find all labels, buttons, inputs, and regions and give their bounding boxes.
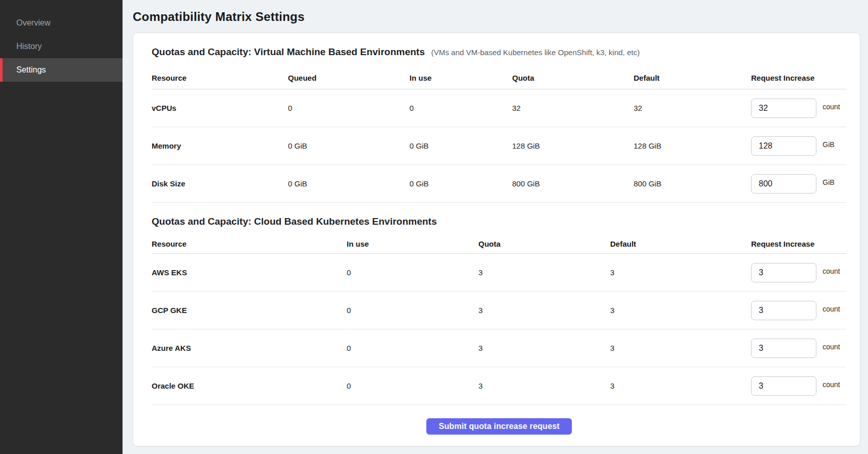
column-header-queued: Queued	[288, 67, 409, 82]
cell-quota: 800 GiB	[512, 179, 634, 188]
memory-request-input[interactable]	[751, 136, 816, 156]
cell-request-increase: GiB	[751, 174, 847, 194]
cell-request-increase: count	[751, 263, 847, 282]
table-row-disk-size: Disk Size 0 GiB 0 GiB 800 GiB 800 GiB Gi…	[152, 165, 847, 203]
cell-in-use: 0	[347, 344, 478, 352]
disk-size-request-input[interactable]	[751, 174, 816, 194]
cell-in-use: 0 GiB	[409, 141, 512, 150]
cell-queued: 0	[288, 104, 409, 112]
cell-default: 3	[610, 381, 751, 390]
vm-table-header: Resource Queued In use Quota Default Req…	[152, 61, 847, 89]
sidebar: Overview History Settings	[0, 0, 123, 454]
sidebar-item-label: Settings	[16, 65, 46, 75]
vm-section-header: Quotas and Capacity: Virtual Machine Bas…	[152, 46, 847, 58]
cloud-table-header: Resource In use Quota Default Request In…	[152, 228, 847, 254]
gcp-gke-request-input[interactable]	[751, 301, 816, 320]
sidebar-item-settings[interactable]: Settings	[0, 58, 123, 82]
cell-in-use: 0 GiB	[409, 179, 512, 188]
cell-in-use: 0	[347, 381, 478, 390]
main-content: Compatibility Matrix Settings Quotas and…	[123, 0, 868, 454]
column-header-resource: Resource	[152, 67, 288, 82]
unit-label: count	[823, 380, 840, 389]
vm-section-subtitle: (VMs and VM-based Kubernetes like OpenSh…	[431, 48, 640, 57]
cell-in-use: 0	[409, 104, 512, 112]
cell-default: 800 GiB	[634, 179, 751, 188]
settings-card: Quotas and Capacity: Virtual Machine Bas…	[133, 33, 860, 446]
sidebar-item-overview[interactable]: Overview	[0, 11, 123, 35]
cloud-quotas-section: Quotas and Capacity: Cloud Based Kuberne…	[152, 216, 847, 405]
unit-label: count	[823, 343, 840, 351]
cell-quota: 3	[478, 268, 610, 277]
cell-queued: 0 GiB	[288, 141, 409, 150]
sidebar-item-label: Overview	[16, 18, 51, 28]
table-row-vcpus: vCPUs 0 0 32 32 count	[152, 89, 847, 127]
unit-label: count	[823, 103, 840, 111]
cell-default: 3	[610, 344, 751, 352]
oracle-oke-request-input[interactable]	[751, 376, 816, 396]
cell-resource: GCP GKE	[152, 306, 347, 315]
sidebar-item-history[interactable]: History	[0, 35, 123, 58]
table-row-memory: Memory 0 GiB 0 GiB 128 GiB 128 GiB GiB	[152, 127, 847, 165]
cloud-section-header: Quotas and Capacity: Cloud Based Kuberne…	[152, 216, 847, 227]
cloud-section-title: Quotas and Capacity: Cloud Based Kuberne…	[152, 216, 437, 227]
cell-request-increase: GiB	[751, 136, 847, 156]
page-title: Compatibility Matrix Settings	[133, 10, 860, 24]
cell-resource: Azure AKS	[152, 344, 347, 352]
cell-default: 128 GiB	[634, 141, 751, 150]
cell-quota: 3	[478, 344, 610, 352]
azure-aks-request-input[interactable]	[751, 339, 816, 358]
column-header-request-increase: Request Increase	[751, 233, 847, 248]
unit-label: count	[823, 305, 840, 313]
vm-quotas-section: Quotas and Capacity: Virtual Machine Bas…	[152, 46, 847, 203]
cell-request-increase: count	[751, 339, 847, 358]
cell-quota: 3	[478, 381, 610, 390]
table-row-aws-eks: AWS EKS 0 3 3 count	[152, 254, 847, 292]
unit-label: count	[823, 267, 840, 275]
sidebar-nav: Overview History Settings	[0, 11, 123, 82]
table-row-azure-aks: Azure AKS 0 3 3 count	[152, 329, 847, 367]
cell-resource: AWS EKS	[152, 268, 347, 277]
column-header-in-use: In use	[347, 233, 478, 248]
column-header-resource: Resource	[152, 233, 347, 248]
cell-resource: Oracle OKE	[152, 381, 347, 390]
cell-default: 32	[634, 104, 751, 112]
vm-section-title: Quotas and Capacity: Virtual Machine Bas…	[152, 46, 425, 57]
card-footer: Submit quota increase request	[152, 405, 847, 448]
cell-default: 3	[610, 306, 751, 315]
aws-eks-request-input[interactable]	[751, 263, 816, 282]
column-header-default: Default	[634, 67, 751, 82]
cell-resource: Memory	[152, 141, 288, 150]
column-header-request-increase: Request Increase	[751, 67, 847, 82]
cell-quota: 32	[512, 104, 634, 112]
unit-label: GiB	[823, 140, 834, 149]
column-header-quota: Quota	[512, 67, 634, 82]
table-row-gcp-gke: GCP GKE 0 3 3 count	[152, 292, 847, 329]
cell-request-increase: count	[751, 301, 847, 320]
submit-quota-increase-button[interactable]: Submit quota increase request	[426, 418, 572, 435]
unit-label: GiB	[823, 178, 834, 186]
cell-request-increase: count	[751, 99, 847, 118]
column-header-default: Default	[610, 233, 751, 248]
table-row-oracle-oke: Oracle OKE 0 3 3 count	[152, 367, 847, 405]
cell-quota: 3	[478, 306, 610, 315]
cell-in-use: 0	[347, 306, 478, 315]
cell-queued: 0 GiB	[288, 179, 409, 188]
cell-resource: Disk Size	[152, 179, 288, 188]
column-header-quota: Quota	[478, 233, 610, 248]
cell-request-increase: count	[751, 376, 847, 396]
cell-in-use: 0	[347, 268, 478, 277]
vcpus-request-input[interactable]	[751, 99, 816, 118]
cell-quota: 128 GiB	[512, 141, 634, 150]
cell-default: 3	[610, 268, 751, 277]
sidebar-item-label: History	[16, 42, 42, 51]
cell-resource: vCPUs	[152, 104, 288, 112]
column-header-in-use: In use	[409, 67, 512, 82]
